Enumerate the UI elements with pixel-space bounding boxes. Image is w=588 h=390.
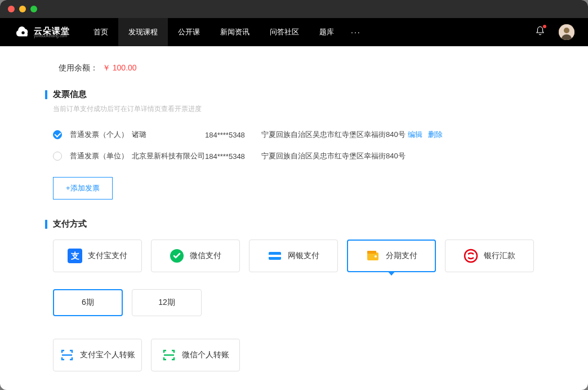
top-nav: 云朵课堂 yunduoketang.com 首页 发现课程 公开课 新闻资讯 问…: [0, 18, 588, 46]
app-window: 云朵课堂 yunduoketang.com 首页 发现课程 公开课 新闻资讯 问…: [0, 0, 588, 390]
edit-link[interactable]: 编辑: [408, 130, 422, 139]
installment-options: 6期 12期: [53, 289, 543, 316]
payment-alipay[interactable]: 支 支付宝支付: [53, 240, 142, 272]
invoice-address: 宁夏回族自治区吴忠市红寺堡区幸福街840号: [261, 130, 408, 140]
nav-question-bank[interactable]: 题库: [309, 18, 344, 46]
scan-green-icon: [162, 348, 176, 362]
svg-point-0: [21, 31, 24, 34]
invoice-row-personal[interactable]: 普通发票（个人） 诸璐 184****5348 宁夏回族自治区吴忠市红寺堡区幸福…: [45, 124, 543, 145]
payment-methods: 支 支付宝支付 微信支付 网银支付: [53, 240, 543, 272]
window-titlebar: [0, 0, 588, 18]
payment-label: 支付宝支付: [88, 251, 127, 261]
transfer-options: 支付宝个人转账 微信个人转账: [53, 339, 543, 371]
nav-more-icon[interactable]: ···: [344, 28, 368, 37]
balance-row: 使用余额： ￥ 100.00: [59, 63, 543, 73]
payment-label: 分期支付: [386, 251, 417, 261]
payment-bank-wire[interactable]: 银行汇款: [445, 240, 534, 272]
notification-dot-icon: [543, 25, 546, 28]
payment-netbank[interactable]: 网银支付: [249, 240, 338, 272]
main-content: 使用余额： ￥ 100.00 发票信息 当前订单支付成功后可在订单详情页查看开票…: [0, 46, 588, 390]
invoice-hint: 当前订单支付成功后可在订单详情页查看开票进度: [53, 104, 543, 114]
svg-text:支: 支: [70, 251, 79, 260]
window-maximize-button[interactable]: [30, 6, 37, 12]
invoice-actions: 编辑 删除: [408, 130, 446, 140]
nav-items: 首页 发现课程 公开课 新闻资讯 问答社区 题库 ···: [83, 18, 368, 46]
invoice-phone: 184****5348: [205, 152, 261, 161]
invoice-radio-company[interactable]: [53, 152, 62, 161]
invoice-address: 宁夏回族自治区吴忠市红寺堡区幸福街840号: [261, 151, 408, 161]
svg-point-11: [375, 255, 377, 258]
scan-blue-icon: [60, 348, 74, 362]
invoice-name: 北京昱新科技有限公司: [132, 151, 205, 161]
payment-wechat[interactable]: 微信支付: [151, 240, 240, 272]
invoice-row-company[interactable]: 普通发票（单位） 北京昱新科技有限公司 184****5348 宁夏回族自治区吴…: [45, 145, 543, 167]
invoice-type: 普通发票（个人）: [70, 130, 132, 140]
nav-open-courses[interactable]: 公开课: [168, 18, 210, 46]
invoice-name: 诸璐: [132, 130, 205, 140]
installment-12[interactable]: 12期: [132, 289, 202, 316]
payment-installment[interactable]: 分期支付: [347, 240, 436, 272]
nav-home[interactable]: 首页: [83, 18, 118, 46]
payment-title-text: 支付方式: [53, 219, 87, 229]
invoice-title-text: 发票信息: [53, 89, 87, 100]
svg-rect-10: [367, 251, 376, 254]
installment-6[interactable]: 6期: [53, 289, 123, 316]
add-invoice-button[interactable]: +添加发票: [53, 177, 113, 200]
payment-section-title: 支付方式: [45, 219, 543, 229]
brand-sub: yunduoketang.com: [34, 34, 70, 38]
payment-label: 网银支付: [288, 251, 319, 261]
notifications-bell[interactable]: [535, 26, 545, 38]
invoice-phone: 184****5348: [205, 131, 261, 139]
delete-link[interactable]: 删除: [428, 130, 443, 139]
window-minimize-button[interactable]: [19, 6, 26, 12]
cloud-logo-icon: [16, 25, 30, 39]
transfer-label: 支付宝个人转账: [80, 350, 135, 360]
nav-news[interactable]: 新闻资讯: [210, 18, 260, 46]
invoice-section-title: 发票信息: [45, 89, 543, 100]
bank-wire-icon: [464, 249, 478, 263]
brand-logo[interactable]: 云朵课堂 yunduoketang.com: [16, 25, 70, 39]
payment-label: 微信支付: [190, 251, 221, 261]
section-bar-icon: [45, 220, 47, 229]
svg-rect-8: [269, 255, 281, 257]
invoice-type: 普通发票（单位）: [70, 151, 132, 161]
wallet-icon: [366, 249, 380, 263]
payment-label: 银行汇款: [484, 251, 515, 261]
window-close-button[interactable]: [8, 6, 15, 12]
wechat-icon: [170, 249, 184, 263]
transfer-label: 微信个人转账: [182, 350, 229, 360]
section-bar-icon: [45, 90, 47, 99]
balance-amount: ￥ 100.00: [103, 63, 137, 72]
user-avatar[interactable]: [559, 24, 574, 40]
bank-card-icon: [268, 249, 282, 263]
transfer-alipay-personal[interactable]: 支付宝个人转账: [53, 339, 142, 371]
nav-qa-community[interactable]: 问答社区: [260, 18, 309, 46]
balance-label: 使用余额：: [59, 63, 98, 72]
invoice-radio-personal[interactable]: [53, 130, 62, 139]
alipay-icon: 支: [68, 249, 82, 263]
transfer-wechat-personal[interactable]: 微信个人转账: [151, 339, 240, 371]
nav-discover-courses[interactable]: 发现课程: [118, 18, 168, 46]
svg-point-2: [564, 28, 569, 33]
svg-point-12: [465, 250, 477, 262]
